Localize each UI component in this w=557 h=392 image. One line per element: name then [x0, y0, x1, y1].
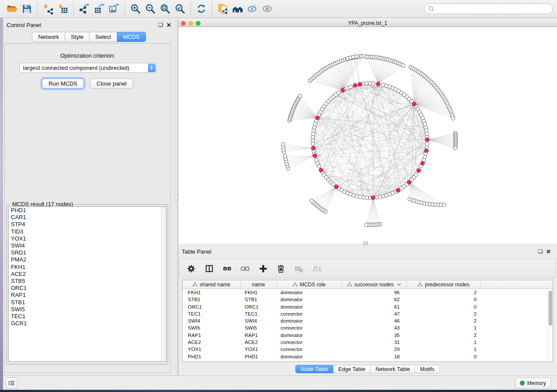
close-panel-button[interactable]: Close panel: [90, 79, 133, 89]
splitter-handle[interactable]: [175, 194, 178, 200]
mcds-result-item[interactable]: STP4: [9, 221, 166, 228]
table-row[interactable]: SWI5SWI5connector431: [183, 324, 553, 331]
mcds-list-scrollbar[interactable]: [161, 207, 166, 361]
table-cell: dominator: [277, 332, 342, 339]
vertical-splitter[interactable]: [175, 20, 178, 375]
table-row[interactable]: ACE2ACE2connector311: [183, 339, 553, 346]
float-table-panel-icon[interactable]: ❏: [538, 248, 543, 254]
column-header-successor-nodes[interactable]: successor nodes: [342, 280, 407, 289]
save-session-button[interactable]: [19, 2, 34, 16]
status-bar: Memory: [3, 375, 557, 390]
open-session-button[interactable]: [4, 2, 19, 16]
save-session-icon: [21, 3, 32, 14]
network-window-titlebar[interactable]: YPA_prune.txt_1: [178, 20, 557, 27]
search-box[interactable]: [424, 3, 553, 14]
mcds-result-item[interactable]: TEC1: [9, 313, 166, 320]
function-builder-button: f(x): [311, 263, 322, 274]
close-table-panel-icon[interactable]: ✕: [546, 248, 551, 255]
tab-edge-table[interactable]: Edge Table: [333, 365, 370, 373]
mcds-result-item[interactable]: SWI4: [9, 242, 166, 249]
table-cell: connector: [277, 346, 342, 353]
mcds-result-item[interactable]: GCR1: [9, 320, 166, 327]
import-network-button[interactable]: [41, 2, 55, 16]
split-panel-button[interactable]: [204, 263, 214, 274]
export-table-button[interactable]: [92, 2, 107, 16]
create-column-button[interactable]: [258, 263, 268, 274]
table-cell: PHD1: [183, 353, 241, 360]
table-row[interactable]: TEC1TEC1connector472: [183, 310, 553, 317]
horizontal-splitter-handle[interactable]: [363, 241, 368, 245]
column-header-shared-name[interactable]: shared name: [183, 280, 241, 289]
table-cell: ACE2: [183, 339, 241, 346]
table-row[interactable]: FKH1FKH1dominator962: [183, 289, 553, 296]
hide-panels-eye-slash-button[interactable]: [245, 2, 260, 16]
zoom-selected-button[interactable]: [173, 2, 187, 16]
node-table-header: shared namenameMCDS rolesuccessor nodesp…: [183, 280, 553, 289]
mcds-result-item[interactable]: YOX1: [9, 235, 166, 242]
column-header-predecessor-nodes[interactable]: predecessor nodes: [407, 280, 481, 289]
toolbar-icon-groups: [4, 2, 275, 16]
mcds-result-item[interactable]: STB5: [9, 278, 166, 285]
mcds-result-item[interactable]: TID3: [9, 228, 166, 235]
run-mcds-button[interactable]: Run MCDS: [42, 79, 84, 89]
tab-node-table[interactable]: Node Table: [295, 365, 333, 373]
table-row[interactable]: SWI4SWI4dominator462: [183, 317, 553, 324]
mcds-result-item[interactable]: PHD1: [9, 207, 166, 214]
panel-menu-button[interactable]: [6, 378, 17, 389]
table-cell: 1: [407, 339, 481, 346]
network-share-document-button[interactable]: [215, 2, 230, 16]
mcds-result-item[interactable]: PMA2: [9, 256, 166, 263]
control-panel: Control Panel ❏ ✕ NetworkStyleSelectMCDS…: [3, 20, 175, 375]
float-panel-icon[interactable]: ❏: [158, 22, 163, 28]
mcds-result-item[interactable]: SWI5: [9, 306, 166, 313]
table-cell: TEC1: [183, 310, 241, 317]
main-toolbar: [0, 0, 557, 18]
table-row[interactable]: RAP1RAP1dominator352: [183, 332, 553, 339]
mcds-result-item[interactable]: STB1: [9, 299, 166, 306]
zoom-fit-button[interactable]: [158, 2, 173, 16]
mcds-result-item[interactable]: ORC1: [9, 285, 166, 292]
mcds-result-item[interactable]: SRD1: [9, 249, 166, 256]
unselect-all-columns-button[interactable]: [240, 263, 250, 274]
table-cell: dominator: [277, 296, 342, 303]
zoom-out-icon: [145, 3, 156, 14]
table-scrollbar-thumb[interactable]: [549, 291, 552, 326]
mcds-result-item[interactable]: FKH1: [9, 264, 166, 271]
import-table-button[interactable]: [55, 2, 70, 16]
refresh-layout-button[interactable]: [194, 2, 209, 16]
tab-network-table[interactable]: Network Table: [371, 365, 415, 373]
search-input[interactable]: [436, 6, 549, 12]
home-networks-button[interactable]: [230, 2, 245, 16]
zoom-out-button[interactable]: [143, 2, 158, 16]
column-header-name[interactable]: name: [241, 280, 277, 289]
delete-columns-button[interactable]: [276, 263, 286, 274]
show-panels-eye-button[interactable]: [260, 2, 275, 16]
mcds-result-list[interactable]: PHD1CAR1STP4TID3YOX1SWI4SRD1PMA2FKH1ACE2…: [8, 206, 166, 362]
table-row[interactable]: YOX1YOX1connector291: [183, 346, 553, 353]
table-row[interactable]: ORC1ORC1dominator610: [183, 303, 553, 310]
table-panel: Table Panel ❏ ✕ f(x) shared namenameMCDS…: [178, 247, 557, 375]
column-header-MCDS-role[interactable]: MCDS role: [277, 280, 342, 289]
table-scrollbar[interactable]: [547, 289, 553, 361]
table-cell: 1: [407, 346, 481, 353]
tab-style[interactable]: Style: [65, 32, 90, 42]
table-cell: ORC1: [183, 303, 241, 310]
mcds-result-item[interactable]: CAR1: [9, 214, 166, 221]
mcds-result-item[interactable]: RAP1: [9, 292, 166, 299]
column-settings-gear-button[interactable]: [186, 263, 197, 274]
tab-motifs[interactable]: Motifs: [415, 365, 439, 373]
table-row[interactable]: PHD1PHD1dominator180: [183, 353, 553, 360]
export-network-button[interactable]: [77, 2, 92, 16]
tab-network[interactable]: Network: [32, 32, 65, 42]
tab-mcds[interactable]: MCDS: [117, 32, 145, 42]
close-panel-icon[interactable]: ✕: [166, 22, 171, 28]
memory-button[interactable]: Memory: [515, 378, 551, 389]
optimization-criterion-select[interactable]: largest connected component (undirected): [19, 63, 156, 73]
export-image-button[interactable]: [107, 2, 121, 16]
table-row[interactable]: STB1STB1dominator620: [183, 296, 553, 303]
mcds-result-item[interactable]: ACE2: [9, 271, 166, 278]
zoom-in-button[interactable]: [128, 2, 143, 16]
network-canvas[interactable]: [178, 27, 557, 244]
tab-select[interactable]: Select: [90, 32, 117, 42]
select-all-columns-button[interactable]: [222, 263, 232, 274]
